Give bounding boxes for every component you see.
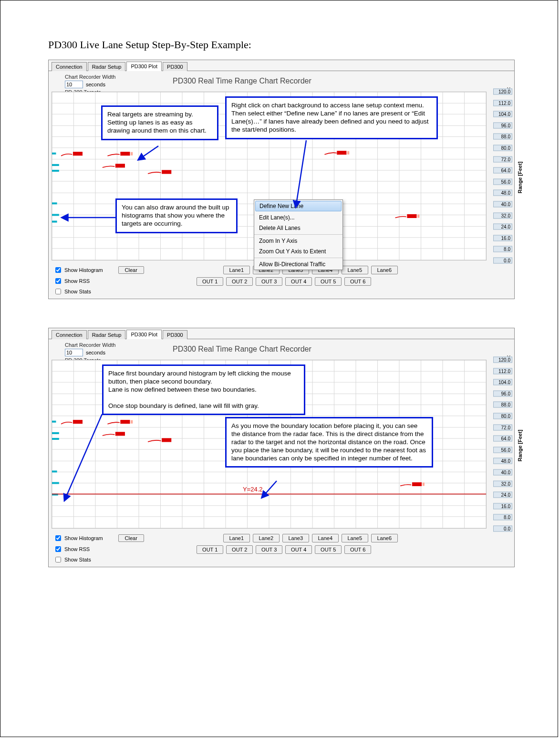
lane-button[interactable]: Lane6 <box>371 534 398 542</box>
y-tick: 16.0 <box>493 235 512 241</box>
svg-rect-48 <box>162 170 171 174</box>
y-tick: 112.0 <box>493 368 512 374</box>
out-button[interactable]: OUT 5 <box>315 277 342 286</box>
y-value-label: Y=24.2 <box>243 486 263 493</box>
recorder-width-input[interactable] <box>65 81 83 88</box>
y-tick: 32.0 <box>493 480 512 487</box>
y-tick: 120.0 <box>493 357 512 363</box>
chk-show-rss[interactable]: Show RSS <box>53 277 90 285</box>
page-title: PD300 Live Lane Setup Step-By-Step Examp… <box>48 39 515 51</box>
chk-show-stats[interactable]: Show Stats <box>53 555 91 564</box>
y-axis: 120.0112.0104.096.088.080.072.064.056.04… <box>488 360 512 529</box>
recorder-width-input[interactable] <box>65 349 83 356</box>
y-tick: 56.0 <box>493 178 512 185</box>
menu-define-new-lane[interactable]: Define New Lane <box>255 201 342 211</box>
out-button[interactable]: OUT 4 <box>285 277 312 286</box>
y-tick: 64.0 <box>493 167 512 174</box>
y-tick: 120.0 <box>493 89 512 95</box>
y-tick: 88.0 <box>493 402 512 408</box>
chk-show-rss[interactable]: Show RSS <box>53 545 90 553</box>
out-button[interactable]: OUT 2 <box>226 545 253 554</box>
lane-button[interactable]: Lane3 <box>282 534 309 542</box>
chk-show-histogram[interactable]: Show Histogram <box>53 266 103 274</box>
lane-button[interactable]: Lane5 <box>342 534 368 542</box>
svg-rect-101 <box>131 420 133 424</box>
svg-rect-52 <box>417 214 419 218</box>
screenshot-1: Connection Radar Setup PD300 Plot PD300 … <box>48 60 515 299</box>
y-tick: 48.0 <box>493 190 512 196</box>
y-tick: 0.0 <box>493 258 512 264</box>
y-axis-label: Range [Feet] <box>517 430 523 462</box>
tab-connection[interactable]: Connection <box>52 330 87 339</box>
callout-1c: You can also draw around the built up hi… <box>115 198 238 233</box>
svg-rect-50 <box>347 151 349 155</box>
tab-pd300-plot[interactable]: PD300 Plot <box>126 62 162 71</box>
y-tick: 40.0 <box>493 201 512 208</box>
callout-2a: Place first boundary around histogram by… <box>102 364 305 415</box>
svg-rect-46 <box>131 152 133 156</box>
svg-rect-99 <box>73 420 82 424</box>
tab-radar-setup[interactable]: Radar Setup <box>88 62 126 71</box>
y-tick: 64.0 <box>493 436 512 442</box>
tab-radar-setup[interactable]: Radar Setup <box>88 330 126 339</box>
y-tick: 88.0 <box>493 134 512 140</box>
lane-button[interactable]: Lane1 <box>223 534 250 542</box>
btn-clear[interactable]: Clear <box>118 266 144 274</box>
svg-rect-100 <box>121 420 130 424</box>
lane-button[interactable]: Lane4 <box>312 534 339 542</box>
svg-rect-103 <box>162 438 171 442</box>
y-axis-label: Range [Feet] <box>517 162 523 194</box>
lane-button[interactable]: Lane6 <box>371 266 398 274</box>
svg-rect-43 <box>73 152 82 156</box>
out-button[interactable]: OUT 6 <box>344 545 371 554</box>
svg-rect-47 <box>115 164 124 167</box>
out-button[interactable]: OUT 1 <box>197 277 223 286</box>
out-button[interactable]: OUT 5 <box>315 545 342 554</box>
y-tick: 96.0 <box>493 122 512 128</box>
menu-zoom-in-y[interactable]: Zoom In Y Axis <box>254 236 342 246</box>
out-button[interactable]: OUT 3 <box>256 277 282 286</box>
y-axis: 120.0112.0104.096.088.080.072.064.056.04… <box>488 92 512 260</box>
svg-rect-45 <box>121 152 130 156</box>
out-button[interactable]: OUT 2 <box>226 277 253 286</box>
chart-title: PD300 Real Time Range Chart Recorder <box>173 77 311 85</box>
y-tick: 80.0 <box>493 413 512 419</box>
y-tick: 8.0 <box>493 246 512 252</box>
tab-bar: Connection Radar Setup PD300 Plot PD300 <box>49 60 514 71</box>
chk-show-histogram[interactable]: Show Histogram <box>53 534 103 542</box>
y-tick: 72.0 <box>493 424 512 430</box>
y-tick: 24.0 <box>493 224 512 230</box>
lane-button[interactable]: Lane5 <box>342 266 368 274</box>
lane-button[interactable]: Lane1 <box>223 266 250 274</box>
out-button[interactable]: OUT 1 <box>197 545 223 554</box>
svg-rect-49 <box>337 151 346 155</box>
menu-zoom-out-y[interactable]: Zoom Out Y Axis to Extent <box>254 246 342 257</box>
svg-rect-104 <box>413 482 422 486</box>
svg-rect-51 <box>407 214 416 218</box>
callout-1a: Real targets are streaming by. Setting u… <box>101 105 218 140</box>
recorder-width-unit: seconds <box>86 82 105 87</box>
btn-clear[interactable]: Clear <box>118 534 144 542</box>
chk-show-stats[interactable]: Show Stats <box>53 287 91 296</box>
out-button[interactable]: OUT 3 <box>256 545 282 554</box>
svg-rect-105 <box>423 482 425 486</box>
menu-allow-bidir[interactable]: Allow Bi-Directional Traffic <box>254 259 342 270</box>
y-tick: 8.0 <box>493 514 512 520</box>
y-tick: 24.0 <box>493 492 512 498</box>
y-tick: 104.0 <box>493 379 512 385</box>
y-tick: 80.0 <box>493 145 512 151</box>
menu-edit-lanes[interactable]: Edit Lane(s)... <box>254 212 342 223</box>
context-menu: Define New Lane Edit Lane(s)... Delete A… <box>254 199 343 270</box>
tab-pd300-plot[interactable]: PD300 Plot <box>126 330 162 339</box>
lane-button[interactable]: Lane2 <box>253 534 280 542</box>
tab-pd300[interactable]: PD300 <box>163 330 187 339</box>
tab-connection[interactable]: Connection <box>52 62 87 71</box>
tab-pd300[interactable]: PD300 <box>163 62 187 71</box>
recorder-width-unit: seconds <box>86 350 105 355</box>
out-button[interactable]: OUT 6 <box>344 277 371 286</box>
out-button[interactable]: OUT 4 <box>285 545 312 554</box>
y-tick: 72.0 <box>493 156 512 162</box>
y-tick: 16.0 <box>493 503 512 509</box>
menu-delete-all-lanes[interactable]: Delete All Lanes <box>254 223 342 233</box>
y-tick: 56.0 <box>493 447 512 453</box>
